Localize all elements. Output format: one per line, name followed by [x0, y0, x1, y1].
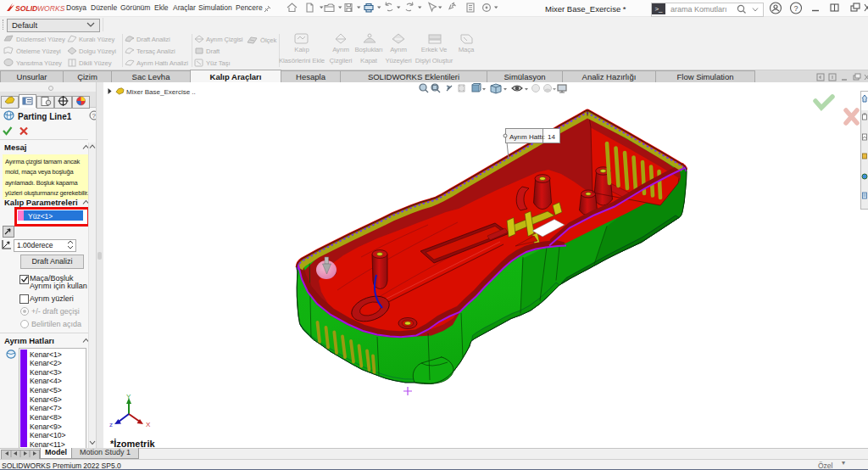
- svg-text:X: X: [146, 421, 151, 428]
- svg-text:14: 14: [548, 133, 555, 141]
- svg-text:?: ?: [794, 4, 798, 13]
- svg-text:z: z: [109, 421, 113, 428]
- svg-text:Ayrım Hattı:: Ayrım Hattı:: [509, 133, 545, 141]
